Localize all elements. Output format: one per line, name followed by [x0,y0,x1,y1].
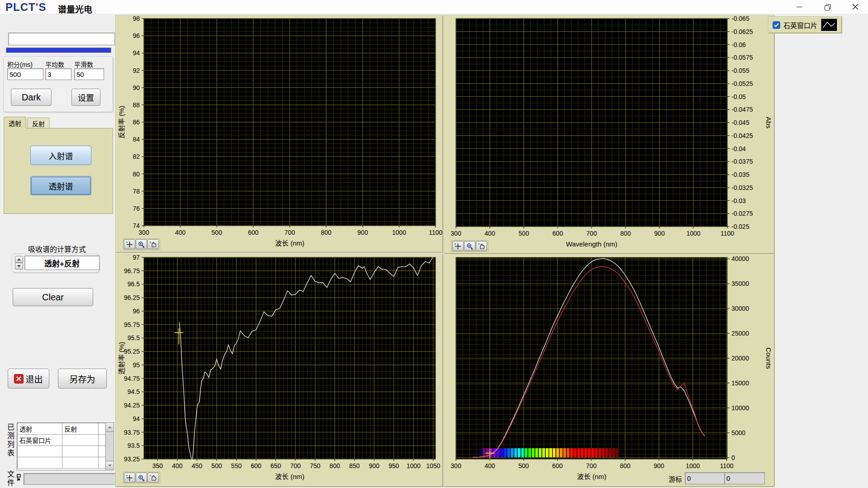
column-header [99,423,106,435]
tab-reflection[interactable]: 反射 [27,118,50,129]
scroll-down-button[interactable] [105,461,114,470]
svg-text:-0.0425: -0.0425 [731,132,753,139]
x-axis-label: Wavelength (nm) [566,240,617,248]
measured-list-scrollbar[interactable] [105,422,114,470]
clear-button[interactable]: Clear [13,288,93,306]
crosshair-tool-button[interactable] [452,241,464,251]
column-header: 透射 [18,423,62,435]
table-cell[interactable] [99,457,106,469]
pan-tool-button[interactable] [147,239,159,249]
br-chart[interactable]: 3004005006007008009001000110040000350003… [444,254,774,487]
dark-button[interactable]: Dark [11,89,52,106]
progress-track [6,47,111,53]
svg-text:90: 90 [133,84,140,91]
minimize-button[interactable] [789,0,810,14]
save-as-button[interactable]: 另存为 [58,369,107,389]
pan-tool-button[interactable] [476,241,487,251]
table-cell[interactable] [62,435,99,446]
measured-list-table[interactable]: 透射反射石英窗口片 [17,422,106,470]
svg-text:5000: 5000 [731,429,745,436]
spinner-up-button[interactable] [15,256,23,263]
table-cell[interactable] [99,446,106,457]
reflectance-chart-panel[interactable]: 3004005006007008009001000110098969492908… [115,15,443,253]
svg-text:400: 400 [175,229,186,236]
svg-text:-0.0275: -0.0275 [731,210,753,217]
svg-text:-0.03: -0.03 [731,197,746,204]
crosshair-tool-button[interactable] [124,473,135,483]
svg-text:94.25: 94.25 [124,402,140,409]
y-axis-ticks: 98969492908886848280787674 [133,15,144,229]
svg-text:35000: 35000 [731,280,749,287]
x-axis-label: 波长 (nm) [577,473,607,480]
table-cell[interactable] [62,446,99,457]
close-button[interactable] [845,0,866,14]
tab-transmission[interactable]: 透射 [4,117,26,129]
spinner-down-button[interactable] [15,263,23,270]
app-logo: PLCT'S [5,1,46,14]
measured-list-label: 已测列表 [5,423,15,473]
x-axis-ticks: 30040050060070080090010001100 [451,227,734,237]
counts-chart-panel[interactable]: 3004005006007008009001000110040000350003… [444,254,775,487]
table-row[interactable] [18,446,106,457]
svg-text:1100: 1100 [721,230,734,237]
table-cell[interactable] [62,457,99,469]
scroll-up-button[interactable] [105,422,114,432]
svg-text:900: 900 [654,230,665,237]
tl-chart[interactable]: 3004005006007008009001000110098969492908… [116,15,443,252]
transmittance-chart-panel[interactable]: 3504004505005506006507007508008509009501… [115,254,443,487]
svg-text:74: 74 [133,222,140,229]
svg-text:82: 82 [133,153,140,160]
cursor-y-field[interactable]: 0 [724,472,765,484]
tr-graph-toolbar [451,240,489,252]
svg-text:1000: 1000 [686,230,700,237]
smooth-input[interactable]: 50 [74,68,104,80]
zoom-tool-button[interactable] [464,241,475,251]
svg-text:650: 650 [270,462,281,469]
svg-text:98: 98 [133,15,140,22]
transmission-spectrum-button[interactable]: 透射谱 [30,176,91,195]
svg-text:95: 95 [133,361,140,369]
svg-text:1000: 1000 [686,462,700,469]
x-axis-ticks: 30040050060070080090010001100 [138,226,442,236]
bl-graph-toolbar [123,472,160,483]
table-cell[interactable] [18,457,62,469]
absorbance-chart-panel[interactable]: 30040050060070080090010001100-0.065-0.06… [444,15,775,254]
legend-label: 石英窗口片 [783,20,817,30]
tr-chart[interactable]: 30040050060070080090010001100-0.065-0.06… [444,15,774,254]
table-cell[interactable]: 石英窗口片 [18,435,62,446]
svg-text:-0.0375: -0.0375 [731,158,753,165]
table-row[interactable]: 石英窗口片 [18,435,106,446]
svg-text:93.25: 93.25 [124,455,140,463]
table-row[interactable] [18,457,106,469]
absorption-mode-label: 吸收谱的计算方式 [28,243,86,254]
check-icon [774,23,779,27]
file-browse-icon[interactable] [16,474,22,483]
file-path-input[interactable] [24,473,117,485]
table-cell[interactable] [18,446,62,457]
svg-text:800: 800 [329,462,340,469]
average-input[interactable]: 3 [45,68,71,80]
tl-graph-toolbar [123,238,160,250]
svg-text:93.5: 93.5 [128,442,140,449]
cursor-x-field[interactable]: 0 [685,472,726,484]
restore-button[interactable] [817,0,838,14]
legend-checkbox[interactable] [773,21,780,29]
y-axis-ticks: -0.065-0.0625-0.06-0.0575-0.055-0.0525-0… [727,15,753,230]
integration-input[interactable]: 500 [7,68,43,80]
absorption-mode-value[interactable]: 透射+反射 [24,256,100,270]
table-cell[interactable] [99,435,106,446]
legend-line-sample[interactable] [821,19,837,31]
svg-text:40000: 40000 [731,255,749,262]
svg-text:400: 400 [484,462,495,469]
zoom-tool-button[interactable] [136,239,147,249]
svg-text:94.5: 94.5 [128,388,140,395]
incident-spectrum-button[interactable]: 入射谱 [30,146,91,165]
settings-button[interactable]: 设置 [71,89,100,106]
zoom-tool-button[interactable] [136,473,147,483]
exit-button[interactable]: 退出 [8,369,49,389]
pan-tool-button[interactable] [147,473,159,483]
crosshair-tool-button[interactable] [124,239,135,249]
svg-text:600: 600 [552,462,563,469]
bl-chart[interactable]: 3504004505005506006507007508008509009501… [116,254,443,487]
svg-text:550: 550 [231,462,242,469]
